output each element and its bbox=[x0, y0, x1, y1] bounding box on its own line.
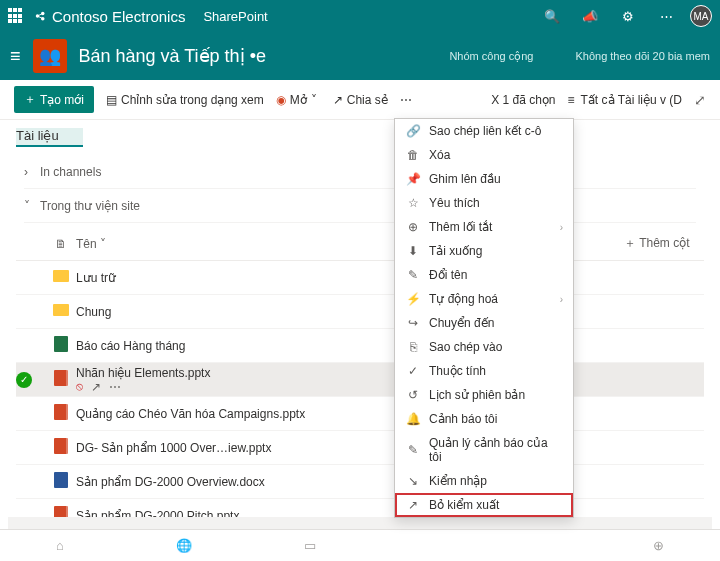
site-title[interactable]: Bán hàng và Tiếp thị •e bbox=[79, 45, 266, 67]
table-row[interactable]: Chung Augur stypp bbox=[16, 295, 704, 329]
more-icon[interactable]: ⋯ bbox=[652, 9, 680, 24]
menu-item-label: Sao chép vào bbox=[429, 340, 502, 354]
more-cmd-button[interactable]: ⋯ bbox=[400, 93, 412, 107]
menu-item[interactable]: 📌Ghim lên đầu bbox=[395, 167, 573, 191]
menu-item[interactable]: ⬇Tải xuống bbox=[395, 239, 573, 263]
menu-item[interactable]: ⚡Tự động hoá› bbox=[395, 287, 573, 311]
site-group: Nhóm công cộng bbox=[449, 50, 533, 63]
nav-in-channels[interactable]: ›In channels bbox=[24, 155, 696, 189]
menu-item-label: Thuộc tính bbox=[429, 364, 486, 378]
menu-item-icon: 🔗 bbox=[405, 124, 421, 138]
menu-item-label: Lịch sử phiên bản bbox=[429, 388, 525, 402]
menu-item-icon: ↺ bbox=[405, 388, 421, 402]
ppt-icon bbox=[54, 438, 68, 454]
table-row[interactable]: Lưu trữ Đồng ý bbox=[16, 261, 704, 295]
menu-item[interactable]: ✎Quản lý cảnh báo của tôi bbox=[395, 431, 573, 469]
nosync-icon: ⦸ bbox=[76, 380, 83, 394]
ppt-icon bbox=[54, 404, 68, 420]
share-button[interactable]: ↗ Chia sẻ bbox=[333, 93, 388, 107]
content-area: Tài liệu ›In channels ˅Trong thư viện si… bbox=[0, 120, 720, 533]
hamburger-icon[interactable]: ≡ bbox=[10, 46, 21, 67]
menu-item[interactable]: 🗑Xóa bbox=[395, 143, 573, 167]
col-name[interactable]: Tên ˅ bbox=[76, 237, 424, 251]
menu-item-icon: ☆ bbox=[405, 196, 421, 210]
menu-item-label: Quản lý cảnh báo của tôi bbox=[429, 436, 563, 464]
menu-item-label: Ghim lên đầu bbox=[429, 172, 501, 186]
brand-logo-icon bbox=[34, 9, 48, 23]
expand-icon[interactable]: ⤢ bbox=[694, 92, 706, 108]
menu-item-label: Sao chép liên kết c-ô bbox=[429, 124, 541, 138]
app-launcher-icon[interactable] bbox=[8, 8, 24, 24]
site-logo[interactable]: 👥 bbox=[33, 39, 67, 73]
globe-icon[interactable]: 🌐 bbox=[176, 538, 192, 553]
nav-in-site[interactable]: ˅Trong thư viện site bbox=[24, 189, 696, 223]
home-icon[interactable]: ⌂ bbox=[56, 538, 64, 553]
row-more-icon[interactable]: ⋯ bbox=[109, 380, 121, 394]
file-name[interactable]: DG- Sản phẩm 1000 Over…iew.pptx bbox=[76, 441, 271, 455]
edit-grid-button[interactable]: ▤ Chỉnh sửa trong dạng xem bbox=[106, 93, 264, 107]
menu-item[interactable]: ⎘Sao chép vào bbox=[395, 335, 573, 359]
site-header: ≡ 👥 Bán hàng và Tiếp thị •e Nhóm công cộ… bbox=[0, 32, 720, 80]
check-icon[interactable]: ✓ bbox=[16, 372, 32, 388]
word-icon bbox=[54, 472, 68, 488]
view-switcher[interactable]: ≡ Tất cả Tài liệu v (D bbox=[568, 93, 682, 107]
menu-item[interactable]: 🔔Cảnh báo tôi bbox=[395, 407, 573, 431]
table-row[interactable]: Quảng cáo Chéo Văn hóa Campaigns.pptx Xá… bbox=[16, 397, 704, 431]
menu-item-icon: ✎ bbox=[405, 443, 421, 457]
new-button[interactable]: ＋ Tạo mới bbox=[14, 86, 94, 113]
menu-item-label: Yêu thích bbox=[429, 196, 480, 210]
folder-icon bbox=[53, 304, 69, 316]
menu-item-icon: ↗ bbox=[405, 498, 421, 512]
col-type-icon[interactable]: 🗎 bbox=[46, 237, 76, 251]
menu-item[interactable]: ↺Lịch sử phiên bản bbox=[395, 383, 573, 407]
file-name[interactable]: Quảng cáo Chéo Văn hóa Campaigns.pptx bbox=[76, 407, 305, 421]
avatar[interactable]: MA bbox=[690, 5, 712, 27]
selection-count[interactable]: X 1 đã chọn bbox=[491, 93, 555, 107]
menu-item[interactable]: ☆Yêu thích bbox=[395, 191, 573, 215]
document-list: 🗎 Tên ˅ Sửa đổi …ỷy ＋ Thêm cột Lưu trữ Đ… bbox=[0, 227, 720, 533]
file-name[interactable]: Nhãn hiệu Elements.pptx bbox=[76, 366, 210, 380]
list-header: 🗎 Tên ˅ Sửa đổi …ỷy ＋ Thêm cột bbox=[16, 227, 704, 261]
col-add[interactable]: ＋ Thêm cột bbox=[624, 235, 704, 252]
table-row[interactable]: ✓Nhãn hiệu Elements.pptx ⦸↗⋯Co vài sstra… bbox=[16, 363, 704, 397]
file-name[interactable]: Lưu trữ bbox=[76, 271, 116, 285]
folder-icon bbox=[53, 270, 69, 282]
settings-icon[interactable]: ⚙ bbox=[614, 9, 642, 24]
horizontal-scrollbar[interactable] bbox=[8, 517, 712, 529]
menu-item[interactable]: ✓Thuộc tính bbox=[395, 359, 573, 383]
menu-item-icon: ✓ bbox=[405, 364, 421, 378]
tenant-brand[interactable]: Contoso Electronics bbox=[34, 8, 185, 25]
menu-item-label: Bỏ kiểm xuất bbox=[429, 498, 499, 512]
search-icon[interactable]: 🔍 bbox=[538, 9, 566, 24]
menu-item-icon: ⚡ bbox=[405, 292, 421, 306]
add-icon[interactable]: ⊕ bbox=[653, 538, 664, 553]
menu-item-icon: ✎ bbox=[405, 268, 421, 282]
file-name[interactable]: Sản phẩm DG-2000 Overview.docx bbox=[76, 475, 265, 489]
open-button[interactable]: ◉ Mở ˅ bbox=[276, 93, 321, 107]
site-follow[interactable]: Không theo dõi 20 bia mem bbox=[575, 50, 710, 62]
file-name[interactable]: Báo cáo Hàng tháng bbox=[76, 339, 185, 353]
menu-item[interactable]: ↗Bỏ kiểm xuất bbox=[395, 493, 573, 517]
menu-item[interactable]: ⊕Thêm lối tắt› bbox=[395, 215, 573, 239]
table-row[interactable]: DG- Sản phẩm 1000 Over…iew.pptx bbox=[16, 431, 704, 465]
share-icon[interactable]: ↗ bbox=[91, 380, 101, 394]
megaphone-icon[interactable]: 📣 bbox=[576, 9, 604, 24]
menu-item[interactable]: 🔗Sao chép liên kết c-ô bbox=[395, 119, 573, 143]
menu-item-label: Đổi tên bbox=[429, 268, 467, 282]
menu-item-icon: 🗑 bbox=[405, 148, 421, 162]
menu-item-icon: 📌 bbox=[405, 172, 421, 186]
tab-documents[interactable]: Tài liệu bbox=[16, 128, 83, 147]
mobile-footbar: ⌂ 🌐 ▭ ⊕ bbox=[0, 529, 720, 561]
table-row[interactable]: Sản phẩm DG-2000 Overview.docx bbox=[16, 465, 704, 499]
table-row[interactable]: Báo cáo Hàng tháng Augur sty bbox=[16, 329, 704, 363]
menu-item[interactable]: ✎Đổi tên bbox=[395, 263, 573, 287]
menu-item[interactable]: ↘Kiểm nhập bbox=[395, 469, 573, 493]
ppt-icon bbox=[54, 370, 68, 386]
card-icon[interactable]: ▭ bbox=[304, 538, 316, 553]
file-name[interactable]: Chung bbox=[76, 305, 111, 319]
app-name[interactable]: SharePoint bbox=[203, 9, 267, 24]
menu-item-icon: ↘ bbox=[405, 474, 421, 488]
menu-item-label: Xóa bbox=[429, 148, 450, 162]
menu-item-icon: ↪ bbox=[405, 316, 421, 330]
menu-item[interactable]: ↪Chuyển đến bbox=[395, 311, 573, 335]
